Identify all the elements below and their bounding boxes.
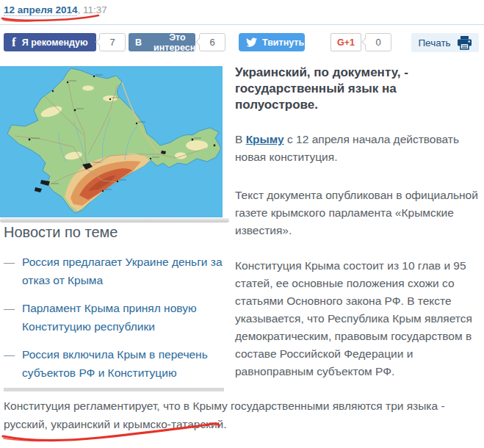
- facebook-icon: f: [12, 36, 16, 48]
- dash-bullet: —: [4, 253, 15, 289]
- article-title: Украинский, по документу, - государствен…: [235, 65, 479, 113]
- tweet-button[interactable]: Твитнуть: [239, 33, 305, 51]
- article-date-link[interactable]: 12 апреля 2014: [4, 4, 77, 16]
- related-news-list: — Россия предлагает Украине деньги за от…: [4, 253, 228, 382]
- dash-bullet: —: [4, 345, 15, 382]
- news-article-page: 12 апреля 2014, 11:37 f Я рекомендую 7 В…: [0, 0, 484, 448]
- list-item: — Россия включила Крым в перечень субъек…: [4, 345, 228, 382]
- google-plus-one-button[interactable]: G+1: [331, 33, 361, 51]
- twitter-bird-icon: [246, 37, 257, 47]
- google-plus-one-count: 0: [365, 33, 391, 51]
- map-scrollbar[interactable]: [0, 218, 229, 223]
- crimea-inline-link[interactable]: Крыму: [246, 133, 284, 145]
- related-news-link-3[interactable]: Россия включила Крым в перечень субъекто…: [22, 345, 228, 382]
- list-item: — Россия предлагает Украине деньги за от…: [4, 253, 228, 289]
- facebook-like-button[interactable]: f Я рекомендую: [4, 33, 96, 51]
- article-lead-paragraph: В Крыму с 12 апреля начала действовать н…: [235, 131, 479, 166]
- dateline: 12 апреля 2014, 11:37: [4, 4, 107, 15]
- print-button[interactable]: Печать: [411, 33, 479, 52]
- google-plus-one-label: G+1: [337, 37, 355, 48]
- article-footer-paragraph: Конституция регламентирует, что в Крыму …: [4, 397, 481, 433]
- related-news-link-1[interactable]: Россия предлагает Украине деньги за отка…: [22, 253, 228, 289]
- article-body: Украинский, по документу, - государствен…: [235, 65, 479, 380]
- share-bar: f Я рекомендую 7 В Это интересно 6 Твитн…: [0, 33, 484, 52]
- related-news-link-2[interactable]: Парламент Крыма принял новую Конституцию…: [22, 299, 228, 336]
- header-divider: [0, 24, 484, 25]
- vk-share-count: 6: [199, 33, 225, 51]
- vk-share-button[interactable]: В Это интересно: [129, 33, 195, 51]
- list-item: — Парламент Крыма принял новую Конституц…: [4, 299, 228, 336]
- vk-icon: В: [135, 37, 142, 48]
- related-news-section: Новости по теме — Россия предлагает Укра…: [4, 224, 228, 391]
- tweet-label: Твитнуть: [262, 37, 304, 48]
- dash-bullet: —: [4, 299, 15, 336]
- printer-icon: [457, 36, 472, 50]
- bottom-divider-bar: [4, 388, 224, 391]
- vk-share-label: Это интересно: [153, 32, 201, 53]
- article-time: , 11:37: [77, 4, 106, 15]
- article-paragraph-3: Конституция Крыма состоит из 10 глав и 9…: [235, 257, 479, 380]
- article-paragraph-2: Текст документа опубликован в официально…: [235, 187, 479, 239]
- crimea-map-image: [0, 66, 223, 217]
- facebook-like-label: Я рекомендую: [22, 37, 88, 48]
- related-news-heading: Новости по теме: [4, 224, 228, 241]
- facebook-like-count: 7: [99, 33, 126, 51]
- print-label: Печать: [418, 37, 450, 48]
